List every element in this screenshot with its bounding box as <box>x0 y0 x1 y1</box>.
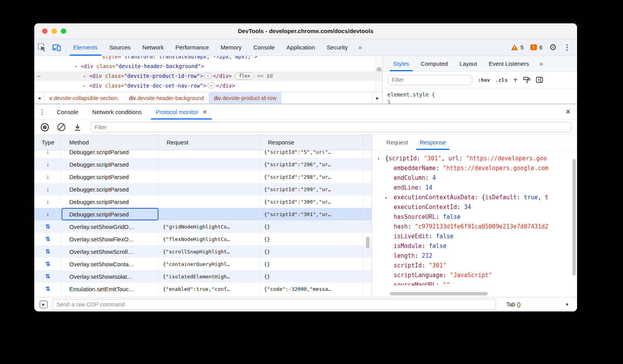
drawer-tab-network-conditions[interactable]: Network conditions <box>85 104 149 120</box>
settings-gear-icon[interactable]: ⚙ <box>549 43 557 52</box>
close-window-button[interactable] <box>42 28 48 34</box>
expand-arrow-icon[interactable]: ▾ <box>75 62 81 71</box>
tree-row[interactable]: scriptId: "301" <box>372 261 577 271</box>
styles-tab-layout[interactable]: Layout <box>454 56 483 71</box>
column-header-type[interactable]: Type <box>34 135 62 150</box>
breadcrumb-item[interactable]: div.devsite-product-id-row <box>209 92 281 104</box>
tab-elements[interactable]: Elements <box>67 39 104 56</box>
table-scrollbar-thumb[interactable] <box>366 237 370 248</box>
detail-tab-request[interactable]: Request <box>380 135 414 150</box>
tab-sources[interactable]: Sources <box>104 39 137 56</box>
minimize-window-button[interactable] <box>51 28 57 34</box>
customize-devtools-menu-icon[interactable]: ⋮ <box>563 43 571 52</box>
styles-tab-event-listeners[interactable]: Event Listeners <box>483 56 535 71</box>
table-row[interactable]: ↓Debugger.scriptParsed{"scriptId":"5","u… <box>34 150 371 158</box>
console-warnings-indicator[interactable]: 5 <box>511 44 524 51</box>
inspect-element-button[interactable] <box>34 39 49 56</box>
expand-arrow-icon[interactable]: ▸ <box>83 81 89 91</box>
clear-icon <box>57 123 66 132</box>
toggle-sidebar-icon[interactable] <box>536 77 543 83</box>
detail-vertical-scrollbar-thumb[interactable] <box>572 159 576 276</box>
table-row[interactable]: ⇅Emulation.setEmitTouc…{"enabled":true,"… <box>34 283 371 295</box>
new-style-rule-button[interactable]: + <box>513 76 518 84</box>
dom-tree-node[interactable]: ▸<div class="devsite-doc-set-nav-row">⋯<… <box>34 81 382 91</box>
toggle-device-toolbar-button[interactable] <box>49 39 64 56</box>
breadcrumb-item[interactable]: div.devsite-header-background <box>124 92 209 104</box>
method-cell: Debugger.scriptParsed <box>62 183 159 195</box>
close-tab-icon[interactable]: ✕ <box>202 109 207 115</box>
tree-row[interactable]: scriptLanguage: "JavaScript" <box>372 271 577 280</box>
dom-tree-node[interactable]: ▾<div class="devsite-header-background"> <box>34 62 382 71</box>
cdp-command-input[interactable] <box>52 299 496 310</box>
table-row[interactable]: ↓Debugger.scriptParsed{"scriptId":"296",… <box>34 158 371 171</box>
table-row[interactable]: ⇅Overlay.setShowConta…{"containerQueryHi… <box>34 258 371 270</box>
drawer-tab-console[interactable]: Console <box>50 104 85 120</box>
table-row[interactable]: ↓Debugger.scriptParsed{"scriptId":"300",… <box>34 195 371 208</box>
breadcrumb-item[interactable]: v.devsite-collapsible-section. <box>44 92 124 104</box>
expand-children-button[interactable]: ⋯ <box>208 83 215 88</box>
table-row[interactable]: ⇅Overlay.setShowIsolat…{"isolatedElement… <box>34 270 371 283</box>
tab-network[interactable]: Network <box>137 39 170 56</box>
dom-tree-node[interactable]: " style="transform: translate3d(0px, -72… <box>34 56 382 62</box>
tree-row[interactable]: length: 212 <box>372 251 577 261</box>
received-arrow-icon: ↓ <box>46 186 49 193</box>
drawer-menu-icon[interactable]: ⋮ <box>34 104 50 120</box>
tree-row[interactable]: isLiveEdit: false <box>372 232 577 241</box>
toggle-element-state-button[interactable]: :hov <box>478 77 490 83</box>
tree-row[interactable]: hash: "c9792133d1fe6f91ca05009e213e7d074… <box>372 222 577 232</box>
protocol-filter-input[interactable] <box>90 122 572 132</box>
table-row[interactable]: ↓Debugger.scriptParsed{"scriptId":"299",… <box>34 183 371 195</box>
element-style-rule-open[interactable]: element.style { <box>387 91 577 98</box>
tree-row[interactable]: endColumn: 4 <box>372 173 577 183</box>
tree-row[interactable]: embedderName: "https://developers.google… <box>372 164 577 173</box>
styles-tab-computed[interactable]: Computed <box>415 56 454 71</box>
table-row[interactable]: ↓Debugger.scriptParsed{"scriptId":"301",… <box>34 208 371 220</box>
flex-badge[interactable]: flex <box>235 72 254 80</box>
tab-application[interactable]: Application <box>281 39 321 56</box>
maximize-window-button[interactable] <box>61 28 66 34</box>
detail-tab-response[interactable]: Response <box>414 135 452 150</box>
tab-memory[interactable]: Memory <box>215 39 247 56</box>
tree-row[interactable]: isModule: false <box>372 241 577 251</box>
tab-label: Response <box>420 139 446 146</box>
column-header-response[interactable]: Response <box>260 135 363 150</box>
tree-row[interactable]: sourceMapURL: "" <box>372 280 577 285</box>
styles-filter-input[interactable] <box>387 75 472 85</box>
column-header-request[interactable]: Request <box>159 135 260 150</box>
tree-row[interactable]: endLine: 14 <box>372 183 577 193</box>
tab-performance[interactable]: Performance <box>170 39 215 56</box>
expand-children-button[interactable]: ⋯ <box>204 73 212 79</box>
tab-security[interactable]: Security <box>321 39 354 56</box>
drawer-tab-protocol-monitor[interactable]: Protocol monitor✕ <box>149 104 214 120</box>
tree-row[interactable]: hasSourceURL: false <box>372 212 577 222</box>
table-row[interactable]: ⇅Overlay.setShowGridO…{"gridNodeHighligh… <box>34 220 371 233</box>
column-header-method[interactable]: Method <box>62 135 159 150</box>
breadcrumb-prev-button[interactable]: ◀ <box>34 92 44 104</box>
expand-arrow-icon[interactable]: ▸ <box>385 193 391 202</box>
breadcrumb-next-button[interactable]: ▶ <box>372 92 382 104</box>
save-button[interactable] <box>72 121 83 133</box>
toggle-command-editor-button[interactable]: ▶ <box>40 301 48 308</box>
table-row[interactable]: ⇅Overlay.setShowScroll…{"scrollSnapHighl… <box>34 245 371 258</box>
detail-horizontal-scrollbar-thumb[interactable] <box>390 292 488 295</box>
target-dropdown-arrow-icon[interactable]: ▼ <box>565 302 572 307</box>
code-segment: endLine <box>394 184 418 191</box>
expand-arrow-icon[interactable]: ▾ <box>377 154 384 164</box>
dom-tree-node[interactable]: ⋯▸<div class="devsite-product-id-row">⋯<… <box>34 71 382 81</box>
rendering-emulations-icon[interactable] <box>523 76 530 83</box>
table-row[interactable]: ⇅Overlay.setShowFlexO…{"flexNodeHighligh… <box>34 233 371 245</box>
more-panels-button[interactable]: » <box>354 39 366 56</box>
tab-console[interactable]: Console <box>248 39 281 56</box>
expand-arrow-icon[interactable]: ▸ <box>83 71 89 81</box>
issues-indicator[interactable]: ! 6 <box>530 44 542 51</box>
clear-button[interactable] <box>55 121 67 133</box>
tree-row[interactable]: ▾{scriptId: "301", url: "https://develop… <box>372 154 577 164</box>
styles-tab-styles[interactable]: Styles <box>387 56 415 71</box>
more-style-tabs-button[interactable]: » <box>535 56 547 71</box>
table-row[interactable]: ↓Debugger.scriptParsed{"scriptId":"298",… <box>34 171 371 183</box>
tree-row[interactable]: ▸executionContextAuxData: {isDefault: tr… <box>372 193 577 202</box>
element-classes-button[interactable]: .cls <box>495 77 507 83</box>
tree-row[interactable]: executionContextId: 34 <box>372 202 577 212</box>
record-button[interactable] <box>39 121 51 133</box>
close-drawer-button[interactable]: ✕ <box>559 104 577 120</box>
